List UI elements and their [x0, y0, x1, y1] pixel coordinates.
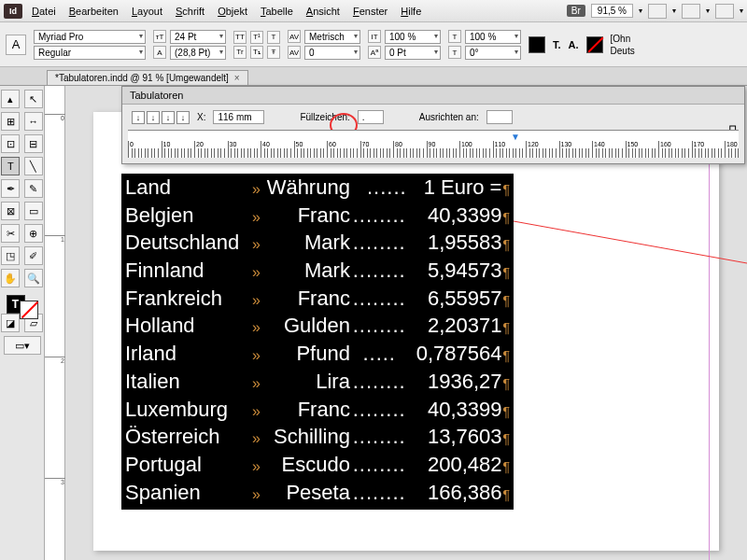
vertical-ruler: 0123 [45, 86, 65, 560]
vscale-dropdown[interactable]: 100 % [465, 30, 521, 44]
menu-objekt[interactable]: Objekt [218, 6, 247, 17]
font-style-dropdown[interactable]: Regular [34, 46, 146, 60]
x-label: X: [197, 112, 205, 122]
stroke-swatch[interactable] [20, 301, 38, 319]
stroke-color-swatch[interactable] [586, 36, 603, 53]
table-row: Deutschland»Mark........1,95583¶ [125, 229, 510, 257]
tracking-dropdown[interactable]: 0 [304, 46, 360, 60]
document-tab[interactable]: *Tabulatoren.indd @ 91 % [Umgewandelt] × [47, 70, 248, 85]
free-transform-tool[interactable]: ⊕ [24, 224, 43, 243]
app-icon: Id [4, 4, 22, 19]
tab-align-decimal[interactable]: ↓ [176, 111, 190, 124]
tab-align-center[interactable]: ↓ [147, 111, 160, 124]
smallcaps-icon[interactable]: Tr [233, 46, 247, 59]
font-size-icon: тT [153, 30, 166, 43]
scissors-tool[interactable]: ✂ [1, 224, 20, 243]
table-header-row: Land»Währung......1 Euro =¶ [125, 174, 510, 202]
gap-tool[interactable]: ↔ [24, 112, 43, 131]
superscript-icon[interactable]: T¹ [250, 31, 263, 44]
vscale-icon: T [448, 30, 461, 43]
table-row: Irland»Pfund.....0,787564¶ [125, 340, 510, 368]
strikethrough-icon[interactable]: Ŧ [267, 46, 280, 59]
tabulator-ruler[interactable]: ▼ 01020304050607080901001101201301401501… [128, 130, 739, 158]
menu-datei[interactable]: Datei [32, 6, 56, 17]
color-swatches[interactable]: T [7, 295, 38, 323]
menu-layout[interactable]: Layout [132, 6, 162, 17]
underline-icon[interactable]: T [267, 31, 280, 44]
pencil-tool[interactable]: ✎ [24, 179, 43, 198]
font-family-dropdown[interactable]: Myriad Pro [34, 30, 146, 44]
menu-fenster[interactable]: Fenster [353, 6, 388, 17]
view-mode-icon-3[interactable] [715, 4, 734, 19]
view-mode-icon-1[interactable] [648, 4, 667, 19]
table-row: Belgien»Franc........40,3399¶ [125, 202, 510, 230]
allcaps-icon[interactable]: TT [233, 31, 247, 44]
kerning-dropdown[interactable]: Metrisch [304, 30, 360, 44]
fillchar-label: Füllzeichen: [300, 112, 349, 122]
bridge-badge[interactable]: Br [567, 5, 585, 17]
tab-align-left[interactable]: ↓ [132, 111, 145, 124]
subscript-icon[interactable]: T₁ [250, 46, 263, 59]
page-tool[interactable]: ⊞ [1, 112, 20, 131]
fillchar-input[interactable] [358, 110, 384, 124]
table-row: Luxemburg»Franc........40,3399¶ [125, 396, 510, 424]
content-placer-tool[interactable]: ⊟ [24, 134, 43, 153]
eyedropper-tool[interactable]: ✐ [24, 246, 43, 265]
table-row: Frankreich»Franc........6,55957¶ [125, 285, 510, 313]
baseline-dropdown[interactable]: 0 Pt [385, 46, 441, 60]
menu-schrift[interactable]: Schrift [176, 6, 204, 17]
workspace: ▴ ↖ ⊞ ↔ ⊡ ⊟ T ╲ ✒ ✎ ⊠ ▭ ✂ ⊕ ◳ ✐ ✋ 🔍 T ◪ … [0, 86, 747, 560]
table-row: Spanien»Peseta........166,386¶ [125, 479, 510, 507]
fill-color-swatch[interactable] [529, 36, 545, 53]
menu-hilfe[interactable]: Hilfe [401, 6, 421, 17]
direct-selection-tool[interactable]: ↖ [24, 90, 43, 108]
kerning-icon: AV [288, 30, 301, 43]
line-tool[interactable]: ╲ [24, 157, 43, 175]
rectangle-frame-tool[interactable]: ⊠ [1, 202, 20, 220]
table-row: Italien»Lira........1936,27¶ [125, 368, 510, 396]
text-frame[interactable]: Land»Währung......1 Euro =¶Belgien»Franc… [121, 174, 514, 510]
tab-stop-marker[interactable]: ▼ [511, 132, 520, 142]
tabulator-panel: Tabulatoren ↓ ↓ ↓ ↓ X: Füllzeichen: Ausr… [121, 86, 745, 164]
hand-tool[interactable]: ✋ [1, 269, 20, 287]
document-tab-title: *Tabulatoren.indd @ 91 % [Umgewandelt] [55, 73, 229, 83]
view-mode-button[interactable]: ▭▾ [4, 336, 41, 355]
zoom-field[interactable]: 91,5 % [591, 4, 633, 18]
control-bar: A Myriad Pro Regular тT24 Pt A(28,8 Pt) … [0, 22, 747, 67]
gradient-swatch-tool[interactable]: ◳ [1, 246, 20, 265]
menu-tabelle[interactable]: Tabelle [261, 6, 293, 17]
toolbox: ▴ ↖ ⊞ ↔ ⊡ ⊟ T ╲ ✒ ✎ ⊠ ▭ ✂ ⊕ ◳ ✐ ✋ 🔍 T ◪ … [0, 86, 45, 560]
tab-align-right[interactable]: ↓ [162, 111, 175, 124]
hscale-icon: IT [368, 30, 381, 43]
alignto-label: Ausrichten an: [419, 112, 479, 122]
x-position-input[interactable] [213, 110, 264, 124]
font-size-dropdown[interactable]: 24 Pt [170, 30, 226, 44]
pen-tool[interactable]: ✒ [1, 179, 20, 198]
language-label: Deuts [611, 46, 635, 56]
baseline-icon: Aª [368, 46, 381, 59]
parastyle-a-icon[interactable]: A. [569, 39, 579, 50]
char-style-label: [Ohn [611, 34, 635, 44]
skew-dropdown[interactable]: 0° [465, 46, 521, 60]
view-mode-icon-2[interactable] [682, 4, 700, 19]
tracking-icon: AV [288, 46, 301, 59]
leading-dropdown[interactable]: (28,8 Pt) [170, 46, 226, 60]
type-tool[interactable]: T [1, 157, 20, 175]
table-row: Holland»Gulden........2,20371¶ [125, 312, 510, 340]
menu-bearbeiten[interactable]: Bearbeiten [69, 6, 119, 17]
hscale-dropdown[interactable]: 100 % [385, 30, 441, 44]
content-collector-tool[interactable]: ⊡ [1, 134, 20, 153]
alignto-input[interactable] [486, 110, 513, 124]
leading-icon: A [153, 46, 166, 59]
table-row: Portugal»Escudo........200,482¶ [125, 451, 510, 479]
close-tab-icon[interactable]: × [234, 73, 240, 83]
tabulator-controls: ↓ ↓ ↓ ↓ X: Füllzeichen: Ausrichten an: [122, 105, 744, 130]
skew-icon: T [448, 46, 461, 59]
selection-tool[interactable]: ▴ [1, 90, 20, 108]
table-row: Finnland»Mark........5,94573¶ [125, 257, 510, 285]
menu-ansicht[interactable]: Ansicht [306, 6, 340, 17]
rectangle-tool[interactable]: ▭ [24, 202, 43, 220]
paragraph-mode-icon[interactable]: A [6, 35, 26, 55]
charstyle-t-icon[interactable]: T. [553, 39, 561, 50]
zoom-tool[interactable]: 🔍 [24, 269, 43, 287]
